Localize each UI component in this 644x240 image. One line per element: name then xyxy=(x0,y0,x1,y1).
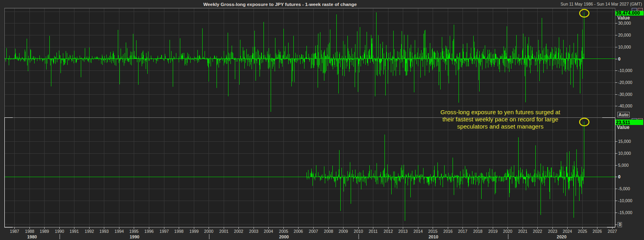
svg-text:1990: 1990 xyxy=(55,229,64,234)
svg-text:-10,000: -10,000 xyxy=(618,68,632,73)
svg-text:30,000: 30,000 xyxy=(618,21,631,25)
svg-text:2012: 2012 xyxy=(384,229,393,234)
svg-text:2013: 2013 xyxy=(398,229,408,234)
svg-text:2017: 2017 xyxy=(458,229,468,234)
svg-text:2023: 2023 xyxy=(548,229,558,234)
svg-text:2010: 2010 xyxy=(429,234,438,239)
svg-text:their fastest weekly pace on r: their fastest weekly pace on record for … xyxy=(443,116,558,123)
svg-text:2008: 2008 xyxy=(324,229,334,234)
svg-text:-30,000: -30,000 xyxy=(618,92,632,97)
svg-text:1987: 1987 xyxy=(10,229,20,234)
svg-text:1999: 1999 xyxy=(189,229,199,234)
svg-text:2009: 2009 xyxy=(339,229,348,234)
svg-text:Gross-long exposure to yen fut: Gross-long exposure to yen futures surge… xyxy=(441,109,561,115)
svg-text:2015: 2015 xyxy=(428,229,438,234)
svg-text:2005: 2005 xyxy=(279,229,289,234)
svg-text:10,000: 10,000 xyxy=(618,151,631,156)
svg-text:-15,000: -15,000 xyxy=(618,210,632,215)
svg-text:Sun 11 May 1986 - Sun 14 Mar 2: Sun 11 May 1986 - Sun 14 Mar 2027 (GMT) xyxy=(560,2,642,6)
svg-text:2027: 2027 xyxy=(608,229,617,234)
svg-text:2004: 2004 xyxy=(264,229,273,234)
svg-text:2020: 2020 xyxy=(557,234,566,239)
svg-text:2026: 2026 xyxy=(593,229,602,234)
svg-text:2019: 2019 xyxy=(488,229,498,234)
svg-text:10,000: 10,000 xyxy=(618,45,631,49)
svg-text:1997: 1997 xyxy=(160,229,169,234)
svg-text:0: 0 xyxy=(619,222,621,227)
svg-text:2000: 2000 xyxy=(279,234,289,239)
svg-text:Weekly Gross-long exposure to: Weekly Gross-long exposure to JPY future… xyxy=(203,2,357,7)
svg-text:0: 0 xyxy=(618,174,621,179)
svg-text:Value: Value xyxy=(617,125,630,130)
svg-text:2001: 2001 xyxy=(219,229,229,234)
svg-text:Value: Value xyxy=(617,15,630,21)
svg-text:1990: 1990 xyxy=(130,234,139,239)
svg-text:2024: 2024 xyxy=(563,229,572,234)
svg-text:2007: 2007 xyxy=(309,229,318,234)
svg-text:0: 0 xyxy=(618,57,621,61)
svg-text:20,000: 20,000 xyxy=(618,33,631,37)
svg-text:speculators and asset managers: speculators and asset managers xyxy=(457,123,544,130)
svg-text:1995: 1995 xyxy=(129,229,139,234)
svg-text:2020: 2020 xyxy=(503,229,513,234)
svg-text:1989: 1989 xyxy=(40,229,49,234)
svg-text:2002: 2002 xyxy=(234,229,244,234)
svg-text:1988: 1988 xyxy=(25,229,35,234)
svg-text:1991: 1991 xyxy=(70,229,79,234)
svg-text:2022: 2022 xyxy=(533,229,543,234)
svg-text:1998: 1998 xyxy=(174,229,184,234)
svg-text:1980: 1980 xyxy=(27,234,37,239)
svg-text:2000: 2000 xyxy=(204,229,214,234)
svg-text:1994: 1994 xyxy=(115,229,124,234)
svg-text:1996: 1996 xyxy=(144,229,154,234)
svg-text:2010: 2010 xyxy=(354,229,363,234)
svg-text:2018: 2018 xyxy=(473,229,483,234)
svg-text:5,000: 5,000 xyxy=(618,163,628,168)
svg-text:-5,000: -5,000 xyxy=(618,186,630,191)
svg-text:2003: 2003 xyxy=(249,229,259,234)
svg-text:-10,000: -10,000 xyxy=(618,198,632,203)
svg-text:2014: 2014 xyxy=(414,229,423,234)
svg-text:1993: 1993 xyxy=(100,229,109,234)
svg-text:2025: 2025 xyxy=(578,229,587,234)
svg-text:-20,000: -20,000 xyxy=(618,80,632,85)
svg-text:2016: 2016 xyxy=(443,229,453,234)
svg-text:2006: 2006 xyxy=(294,229,303,234)
svg-text:Auto: Auto xyxy=(619,112,628,117)
svg-text:2021: 2021 xyxy=(518,229,528,234)
svg-text:-40,000: -40,000 xyxy=(618,103,632,108)
svg-text:15,000: 15,000 xyxy=(618,139,631,144)
svg-text:2011: 2011 xyxy=(369,229,378,234)
svg-text:1992: 1992 xyxy=(85,229,94,234)
